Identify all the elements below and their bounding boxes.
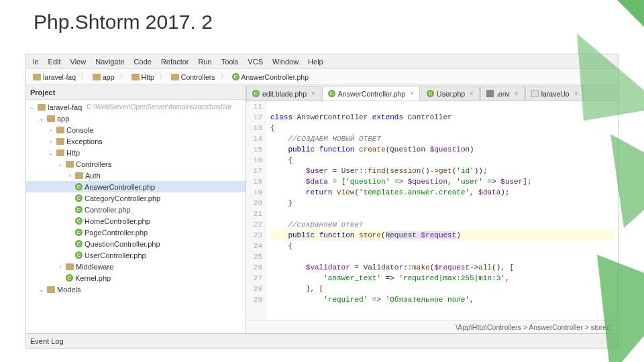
tree-row[interactable]: CPageController.php bbox=[26, 227, 246, 238]
tree-label: CategoryController.php bbox=[85, 194, 160, 202]
tree-row[interactable]: CQuestionController.php bbox=[26, 238, 246, 249]
folder-icon bbox=[171, 74, 179, 80]
code-line[interactable]: $user = User::find(session()->get('id'))… bbox=[270, 166, 614, 176]
menu-item[interactable]: Window bbox=[268, 56, 303, 67]
code-line[interactable]: return view('templates.answer.create', $… bbox=[270, 187, 614, 198]
menu-item[interactable]: le bbox=[29, 56, 43, 67]
code-editor[interactable]: 11121314151617181920212223242526272829 c… bbox=[246, 101, 618, 320]
tree-row[interactable]: ›Exceptions bbox=[26, 135, 246, 147]
php-class-icon: C bbox=[232, 73, 239, 80]
folder-icon bbox=[75, 172, 83, 179]
event-log-tab[interactable]: Event Log bbox=[30, 337, 64, 345]
bottom-tool-tabs[interactable]: Event Log bbox=[26, 333, 618, 348]
tree-row[interactable]: CController.php bbox=[26, 204, 246, 215]
main-area: Project ⌄laravel-faqC:\WebServer\OpenSer… bbox=[26, 85, 618, 333]
menu-item[interactable]: Edit bbox=[44, 56, 65, 67]
breadcrumb-item[interactable]: CAnswerController.php bbox=[229, 72, 311, 82]
tree-row[interactable]: CKernel.php bbox=[26, 272, 246, 284]
tree-path-hint: C:\WebServer\OpenServer\domains\localhos… bbox=[87, 103, 231, 111]
folder-icon bbox=[66, 263, 74, 270]
sidebar-header[interactable]: Project bbox=[26, 85, 246, 100]
code-line[interactable]: 'answer_text' => 'required|max:255|min:3… bbox=[270, 273, 614, 284]
tree-row[interactable]: ⌄app bbox=[26, 113, 246, 124]
menu-item[interactable]: Tools bbox=[217, 56, 243, 67]
menu-item[interactable]: Code bbox=[130, 56, 156, 67]
editor-tab[interactable]: Cedit.blade.php× bbox=[246, 86, 321, 101]
close-icon[interactable]: × bbox=[574, 90, 578, 97]
folder-icon bbox=[66, 161, 74, 168]
folder-icon bbox=[47, 115, 55, 122]
tab-label: AnswerController.php bbox=[338, 90, 405, 98]
chevron-right-icon[interactable]: › bbox=[48, 138, 54, 145]
breadcrumb-item[interactable]: laravel-faq bbox=[30, 72, 78, 82]
chevron-down-icon[interactable]: ⌄ bbox=[38, 286, 45, 293]
project-tree[interactable]: ⌄laravel-faqC:\WebServer\OpenServer\doma… bbox=[26, 100, 246, 333]
tree-row[interactable]: CHomeController.php bbox=[26, 215, 246, 227]
editor-tab[interactable]: CUser.php× bbox=[421, 86, 480, 101]
close-icon[interactable]: × bbox=[470, 90, 474, 97]
chevron-down-icon[interactable]: ⌄ bbox=[57, 161, 64, 168]
php-class-icon: C bbox=[75, 194, 83, 202]
code-line[interactable] bbox=[270, 101, 614, 112]
chevron-right-icon: 〉 bbox=[220, 72, 227, 82]
code-line[interactable]: } bbox=[270, 198, 614, 208]
tree-label: PageController.php bbox=[85, 229, 148, 237]
code-line[interactable]: class AnswerController extends Controlle… bbox=[270, 112, 614, 123]
tree-row[interactable]: ›Middleware bbox=[26, 261, 246, 272]
editor-tab[interactable]: laravel.lo× bbox=[525, 86, 584, 101]
menu-item[interactable]: Navigate bbox=[91, 56, 128, 67]
menu-item[interactable]: Run bbox=[194, 56, 215, 67]
code-lines[interactable]: class AnswerController extends Controlle… bbox=[266, 101, 618, 320]
code-line[interactable]: //сохраняем ответ bbox=[270, 219, 614, 230]
code-line[interactable]: { bbox=[270, 155, 614, 166]
chevron-right-icon[interactable]: › bbox=[48, 127, 54, 133]
folder-icon bbox=[131, 74, 140, 80]
breadcrumb-item[interactable]: app bbox=[90, 72, 117, 82]
code-line[interactable] bbox=[270, 208, 614, 219]
breadcrumb-item[interactable]: Controllers bbox=[168, 72, 218, 82]
code-line[interactable]: $data = ['question' => $question, 'user'… bbox=[270, 176, 614, 187]
tree-row[interactable]: CAnswerController.php bbox=[26, 181, 246, 192]
code-line[interactable]: public function store(Request $request) bbox=[270, 230, 614, 241]
php-class-icon: C bbox=[75, 229, 83, 236]
line-number: 25 bbox=[250, 251, 262, 262]
editor-tab[interactable]: .env× bbox=[480, 86, 525, 101]
close-icon[interactable]: × bbox=[410, 90, 414, 97]
tree-row[interactable]: ⌄Controllers bbox=[26, 158, 246, 170]
menu-item[interactable]: Help bbox=[304, 56, 327, 67]
code-line[interactable]: //СОЗДАЕМ НОВЫЙ ОТВЕТ bbox=[270, 133, 614, 144]
tree-row[interactable]: ⌄Models bbox=[26, 284, 246, 295]
code-line[interactable]: ], [ bbox=[270, 284, 614, 294]
menu-item[interactable]: Refactor bbox=[157, 56, 193, 67]
line-number: 16 bbox=[250, 155, 262, 166]
close-icon[interactable]: × bbox=[515, 90, 519, 97]
chevron-right-icon[interactable]: › bbox=[57, 263, 64, 270]
chevron-down-icon[interactable]: ⌄ bbox=[38, 115, 45, 122]
code-line[interactable]: 'required' => 'Обязательное поле', bbox=[270, 294, 614, 305]
tree-row[interactable]: ›Console bbox=[26, 124, 246, 135]
editor-tab[interactable]: CAnswerController.php× bbox=[322, 86, 420, 101]
close-icon[interactable]: × bbox=[311, 90, 315, 97]
tree-row[interactable]: CCategoryController.php bbox=[26, 192, 246, 204]
tree-row[interactable]: CUserController.php bbox=[26, 249, 246, 261]
code-line[interactable] bbox=[270, 251, 614, 262]
php-class-icon: C bbox=[75, 183, 83, 190]
code-line[interactable]: $validator = Validator::make($request->a… bbox=[270, 262, 614, 273]
code-line[interactable]: { bbox=[270, 241, 614, 251]
tree-row[interactable]: ⌄Http bbox=[26, 147, 246, 158]
slide-title: Php.Shtorm 2017. 2 bbox=[34, 11, 213, 34]
breadcrumb-item[interactable]: Http bbox=[129, 72, 157, 82]
breadcrumb-label: AnswerController.php bbox=[241, 73, 309, 81]
menu-item[interactable]: View bbox=[66, 56, 91, 67]
tree-row[interactable]: ⌄laravel-faqC:\WebServer\OpenServer\doma… bbox=[26, 101, 246, 113]
folder-icon bbox=[93, 74, 101, 80]
editor-tabs: Cedit.blade.php×CAnswerController.php×CU… bbox=[246, 85, 618, 101]
chevron-right-icon[interactable]: › bbox=[66, 172, 73, 179]
chevron-down-icon[interactable]: ⌄ bbox=[48, 149, 54, 156]
tree-row[interactable]: ›Auth bbox=[26, 170, 246, 181]
code-line[interactable]: { bbox=[270, 123, 614, 133]
code-line[interactable]: public function create(Question $questio… bbox=[270, 144, 614, 155]
menu-item[interactable]: VCS bbox=[244, 56, 267, 67]
folder-icon bbox=[56, 138, 64, 145]
chevron-down-icon[interactable]: ⌄ bbox=[29, 104, 36, 111]
